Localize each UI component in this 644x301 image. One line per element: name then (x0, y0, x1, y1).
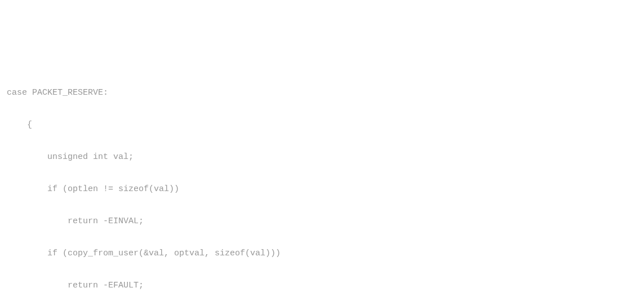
code-line-5: return -EINVAL; (7, 214, 637, 230)
code-block: case PACKET_RESERVE: { unsigned int val;… (7, 69, 637, 301)
code-line-3: unsigned int val; (7, 149, 637, 166)
code-line-4: if (optlen != sizeof(val)) (7, 182, 637, 198)
code-line-2: { (7, 117, 637, 134)
code-line-1: case PACKET_RESERVE: (7, 85, 637, 101)
code-line-7: return -EFAULT; (7, 278, 637, 294)
code-line-6: if (copy_from_user(&val, optval, sizeof(… (7, 246, 637, 262)
